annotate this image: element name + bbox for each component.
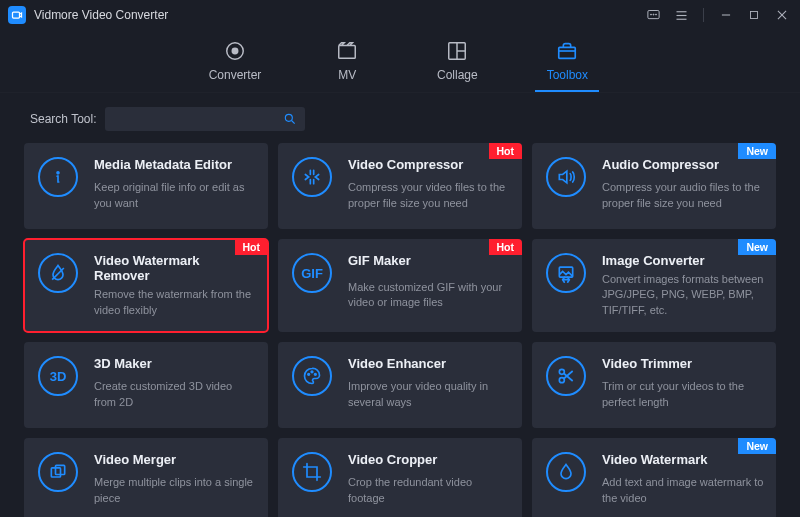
tool-desc: Keep original file info or edit as you w…: [94, 180, 256, 215]
svg-point-28: [559, 378, 564, 383]
gif-icon: GIF: [292, 253, 332, 293]
svg-point-4: [655, 14, 656, 15]
mv-icon: [336, 40, 358, 62]
badge-hot: Hot: [489, 143, 523, 159]
tool-audio-compressor[interactable]: New Audio Compressor Compress your audio…: [532, 143, 776, 229]
tool-grid: Media Metadata Editor Keep original file…: [0, 143, 800, 517]
tool-video-enhancer[interactable]: Video Enhancer Improve your video qualit…: [278, 342, 522, 428]
tool-desc: Convert images formats between JPG/JPEG,…: [602, 272, 764, 318]
close-button[interactable]: [774, 7, 790, 23]
tool-title: Video Cropper: [348, 452, 510, 471]
collage-icon: [446, 40, 468, 62]
app-logo: [8, 6, 26, 24]
svg-rect-9: [751, 12, 758, 19]
tool-title: 3D Maker: [94, 356, 256, 375]
tool-desc: Merge multiple clips into a single piece: [94, 475, 256, 510]
tool-title: Media Metadata Editor: [94, 157, 256, 176]
titlebar: Vidmore Video Converter: [0, 0, 800, 30]
menu-icon[interactable]: [673, 7, 689, 23]
tool-desc: Trim or cut your videos to the perfect l…: [602, 379, 764, 414]
svg-rect-0: [13, 12, 20, 18]
search-icon[interactable]: [283, 112, 297, 126]
tool-title: Video Trimmer: [602, 356, 764, 375]
nav-converter[interactable]: Converter: [203, 36, 268, 92]
tool-video-merger[interactable]: Video Merger Merge multiple clips into a…: [24, 438, 268, 517]
badge-hot: Hot: [489, 239, 523, 255]
tool-title: Video Watermark: [602, 452, 764, 471]
search-box[interactable]: [105, 107, 305, 131]
tool-image-converter[interactable]: New Image Converter Convert images forma…: [532, 239, 776, 332]
svg-rect-18: [559, 47, 576, 58]
titlebar-right: [645, 7, 790, 23]
tool-desc: Compress your video files to the proper …: [348, 180, 510, 215]
tool-title: Audio Compressor: [602, 157, 764, 176]
tool-desc: Make customized GIF with your video or i…: [348, 280, 510, 318]
tool-desc: Improve your video quality in several wa…: [348, 379, 510, 414]
compress-icon: [292, 157, 332, 197]
main-nav: Converter MV Collage Toolbox: [0, 30, 800, 93]
droplet-slash-icon: [38, 253, 78, 293]
audio-icon: [546, 157, 586, 197]
nav-collage[interactable]: Collage: [427, 36, 487, 92]
feedback-icon[interactable]: [645, 7, 661, 23]
droplet-icon: [546, 452, 586, 492]
tool-gif-maker[interactable]: Hot GIF GIF Maker Make customized GIF wi…: [278, 239, 522, 332]
nav-toolbox[interactable]: Toolbox: [537, 36, 597, 92]
tool-title: Video Merger: [94, 452, 256, 471]
tool-title: Video Enhancer: [348, 356, 510, 375]
scissors-icon: [546, 356, 586, 396]
svg-rect-14: [339, 46, 356, 59]
tool-video-compressor[interactable]: Hot Video Compressor Compress your video…: [278, 143, 522, 229]
tool-title: Video Compressor: [348, 157, 510, 176]
badge-hot: Hot: [235, 239, 269, 255]
nav-label: Converter: [209, 68, 262, 82]
tool-video-watermark-remover[interactable]: Hot Video Watermark Remover Remove the w…: [24, 239, 268, 332]
crop-icon: [292, 452, 332, 492]
titlebar-left: Vidmore Video Converter: [8, 6, 168, 24]
nav-mv[interactable]: MV: [317, 36, 377, 92]
minimize-button[interactable]: [718, 7, 734, 23]
nav-label: Collage: [437, 68, 478, 82]
svg-point-2: [650, 14, 651, 15]
tool-media-metadata-editor[interactable]: Media Metadata Editor Keep original file…: [24, 143, 268, 229]
tool-title: Image Converter: [602, 253, 764, 268]
svg-point-13: [232, 48, 238, 54]
svg-point-19: [285, 114, 292, 121]
svg-point-26: [315, 374, 317, 376]
badge-new: New: [738, 239, 776, 255]
tool-video-trimmer[interactable]: Video Trimmer Trim or cut your videos to…: [532, 342, 776, 428]
tool-desc: Compress your audio files to the proper …: [602, 180, 764, 215]
palette-icon: [292, 356, 332, 396]
badge-new: New: [738, 438, 776, 454]
svg-point-3: [653, 14, 654, 15]
svg-point-25: [311, 371, 313, 373]
maximize-button[interactable]: [746, 7, 762, 23]
info-icon: [38, 157, 78, 197]
tool-desc: Remove the watermark from the video flex…: [94, 287, 256, 318]
svg-point-24: [308, 374, 310, 376]
nav-label: Toolbox: [547, 68, 588, 82]
3d-icon: 3D: [38, 356, 78, 396]
converter-icon: [224, 40, 246, 62]
tool-3d-maker[interactable]: 3D 3D Maker Create customized 3D video f…: [24, 342, 268, 428]
tool-video-watermark[interactable]: New Video Watermark Add text and image w…: [532, 438, 776, 517]
searchbar: Search Tool:: [0, 93, 800, 143]
tool-desc: Add text and image watermark to the vide…: [602, 475, 764, 510]
titlebar-separator: [703, 8, 704, 22]
toolbox-icon: [556, 40, 578, 62]
tool-title: Video Watermark Remover: [94, 253, 256, 283]
svg-point-21: [57, 172, 59, 174]
svg-line-20: [291, 121, 294, 124]
image-convert-icon: [546, 253, 586, 293]
tool-desc: Crop the redundant video footage: [348, 475, 510, 510]
search-label: Search Tool:: [30, 112, 97, 126]
tool-video-cropper[interactable]: Video Cropper Crop the redundant video f…: [278, 438, 522, 517]
badge-new: New: [738, 143, 776, 159]
search-input[interactable]: [113, 112, 275, 126]
svg-point-27: [559, 370, 564, 375]
tool-desc: Create customized 3D video from 2D: [94, 379, 256, 414]
nav-label: MV: [338, 68, 356, 82]
app-title: Vidmore Video Converter: [34, 8, 168, 22]
merge-icon: [38, 452, 78, 492]
tool-title: GIF Maker: [348, 253, 510, 276]
